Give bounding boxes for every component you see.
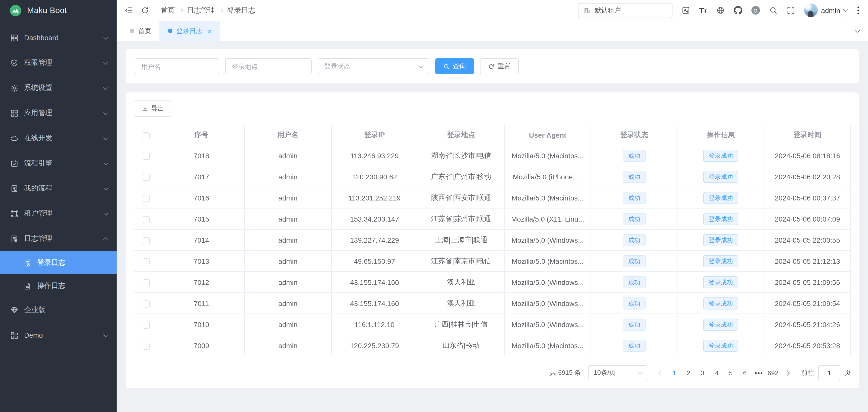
sidebar-item-workflow[interactable]: 流程引擎 [0, 151, 117, 176]
row-checkbox[interactable] [143, 216, 150, 223]
row-checkbox[interactable] [143, 258, 150, 265]
column-header: 序号 [158, 125, 245, 145]
gitee-icon[interactable]: G [751, 6, 760, 14]
breadcrumb-item[interactable]: 首页 [161, 6, 175, 15]
chevron-down-icon [103, 160, 108, 165]
sidebar-item-tenants[interactable]: 租户管理 [0, 201, 117, 226]
pager-more-icon[interactable]: ••• [752, 365, 766, 380]
cell-login-time: 2024-05-05 21:04:26 [764, 314, 851, 335]
sidebar-subitem-login-log[interactable]: 登录日志 [0, 251, 117, 274]
sidebar-item-my-flows[interactable]: 我的流程 [0, 176, 117, 201]
app-window: Maku Boot Dashboard权限管理系统设置应用管理在线开发流程引擎我… [0, 0, 868, 412]
globe-icon[interactable] [716, 6, 724, 14]
row-checkbox[interactable] [143, 300, 150, 307]
page-button-6[interactable]: 6 [738, 365, 752, 380]
cell-login-time: 2024-05-06 00:37:37 [764, 187, 851, 208]
cell-username: admin [245, 166, 332, 187]
search-button[interactable]: 查询 [435, 58, 474, 74]
sidebar-item-apps[interactable]: 应用管理 [0, 100, 117, 126]
search-icon [443, 63, 450, 70]
tab-label: 登录日志 [177, 26, 203, 35]
operation-badge: 登录成功 [703, 276, 738, 288]
tab-login-log[interactable]: 登录日志× [160, 21, 220, 41]
cell-user-agent: Mozilla/5.0 (Windows... [504, 293, 591, 314]
breadcrumb: 首页日志管理登录日志 [161, 6, 255, 15]
table-row: 7009admin120.225.239.79山东省|移动Mozilla/5.0… [134, 335, 851, 356]
sidebar-item-logs[interactable]: 日志管理 [0, 226, 117, 251]
row-checkbox[interactable] [143, 321, 150, 328]
cell-username: admin [245, 293, 332, 314]
page-button-2[interactable]: 2 [682, 365, 695, 380]
font-size-icon[interactable]: TT [700, 6, 707, 14]
login-location-input[interactable] [225, 58, 312, 74]
tenant-select[interactable]: 默认租户 [578, 3, 673, 18]
sidebar-item-enterprise[interactable]: 企业版 [0, 297, 117, 323]
goto-unit: 页 [844, 368, 851, 377]
cell-username: admin [245, 187, 332, 208]
doc-user-icon [10, 184, 19, 193]
row-checkbox[interactable] [143, 173, 150, 181]
row-checkbox[interactable] [143, 237, 150, 244]
user-menu[interactable]: admin [804, 3, 847, 17]
sidebar-item-demo[interactable]: Demo [0, 323, 117, 348]
table-row: 7016admin113.201.252.219陕西省|西安市|联通Mozill… [134, 187, 851, 208]
cell-login-time: 2024-05-06 00:07:09 [764, 208, 851, 229]
status-badge: 成功 [623, 297, 646, 309]
operation-badge: 登录成功 [703, 339, 738, 351]
sidebar-item-label: 企业版 [24, 306, 107, 315]
operation-badge: 登录成功 [703, 213, 738, 225]
sidebar-subitem-label: 操作日志 [37, 281, 107, 290]
cell-ip: 153.34.233.147 [331, 208, 418, 229]
page-button-5[interactable]: 5 [724, 365, 738, 380]
sidebar-subitem-op-log[interactable]: 操作日志 [0, 274, 117, 297]
page-button-3[interactable]: 3 [695, 365, 710, 380]
cell-id: 7015 [158, 208, 245, 229]
tab-list-chevron[interactable] [847, 21, 868, 41]
sidebar-item-label: 系统设置 [24, 84, 104, 92]
row-checkbox[interactable] [143, 195, 150, 202]
more-vertical-icon[interactable] [857, 5, 860, 15]
cell-id: 7018 [158, 145, 245, 166]
prev-page-button[interactable] [653, 365, 668, 380]
fullscreen-icon[interactable] [786, 6, 795, 14]
cell-username: admin [245, 335, 332, 356]
page-button-4[interactable]: 4 [710, 365, 724, 380]
breadcrumb-item[interactable]: 日志管理 [187, 6, 215, 15]
chevron-down-icon [103, 34, 108, 39]
table-row: 7012admin43.155.174.160澳大利亚Mozilla/5.0 (… [134, 272, 851, 293]
github-icon[interactable] [734, 6, 742, 14]
page-button-692[interactable]: 692 [766, 365, 780, 380]
next-page-button[interactable] [780, 365, 794, 380]
calendar-check-icon [10, 159, 19, 167]
search-icon[interactable] [769, 6, 777, 14]
select-all-checkbox[interactable] [143, 132, 150, 139]
mountain-logo-icon [9, 4, 22, 17]
download-icon [142, 105, 148, 112]
page-button-1[interactable]: 1 [668, 365, 682, 380]
reset-button[interactable]: 重置 [480, 58, 519, 74]
sidebar-item-online-dev[interactable]: 在线开发 [0, 126, 117, 151]
row-checkbox[interactable] [143, 342, 150, 349]
row-checkbox[interactable] [143, 279, 150, 286]
sidebar-item-dashboard[interactable]: Dashboard [0, 25, 117, 50]
breadcrumb-separator-icon [219, 8, 223, 12]
grid-icon [10, 109, 19, 117]
collapse-sidebar-icon[interactable] [125, 6, 133, 14]
translate-icon[interactable] [682, 6, 690, 14]
tab-label: 首页 [138, 26, 151, 35]
chevron-down-icon [103, 185, 108, 190]
page-size-select[interactable]: 10条/页 [588, 365, 647, 380]
goto-page-input[interactable] [818, 365, 840, 380]
username-input[interactable] [135, 58, 219, 74]
table-row: 7017admin120.230.90.62广东省|广州市|移动Mozilla/… [134, 166, 851, 187]
login-status-select[interactable]: 登录状态 [318, 58, 429, 74]
cell-id: 7012 [158, 272, 245, 293]
tab-close-icon[interactable]: × [208, 27, 212, 34]
refresh-icon[interactable] [141, 6, 149, 14]
sidebar-item-permission[interactable]: 权限管理 [0, 50, 117, 75]
row-checkbox[interactable] [143, 153, 150, 160]
sidebar-item-system[interactable]: 系统设置 [0, 75, 117, 100]
tab-home[interactable]: 首页 [122, 21, 160, 41]
logo[interactable]: Maku Boot [0, 0, 117, 21]
export-button[interactable]: 导出 [134, 100, 173, 117]
